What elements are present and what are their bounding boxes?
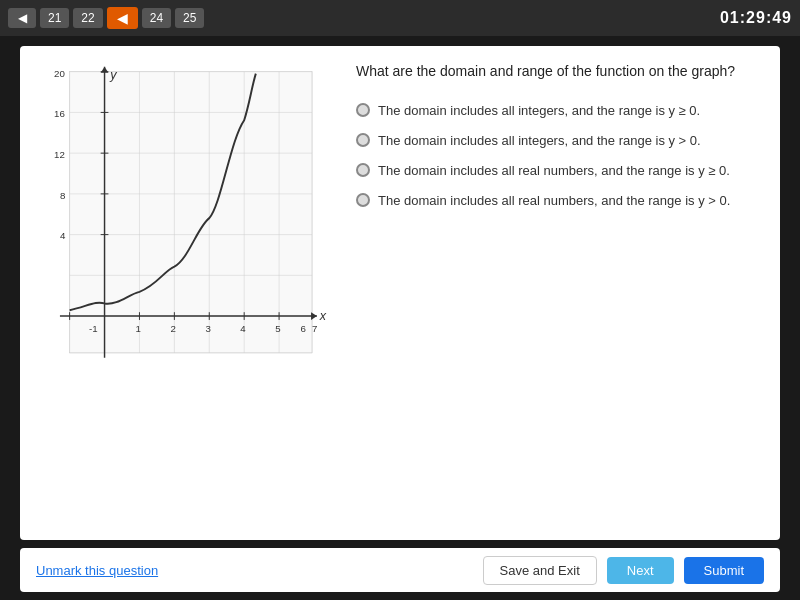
question-text: What are the domain and range of the fun…	[356, 62, 764, 82]
next-button[interactable]: Next	[607, 557, 674, 584]
bottom-bar: Unmark this question Save and Exit Next …	[20, 548, 780, 592]
nav-buttons: ◀ 21 22 ◀ 24 25	[8, 7, 204, 29]
graph-svg: y x 20 16 12 8 4 -1	[36, 62, 336, 382]
y-tick-16: 16	[54, 108, 65, 119]
answer-text-d: The domain includes all real numbers, an…	[378, 192, 730, 210]
y-tick-20: 20	[54, 68, 65, 79]
nav-left-arrow[interactable]: ◀	[8, 8, 36, 28]
answer-text-c: The domain includes all real numbers, an…	[378, 162, 730, 180]
x-tick-3: 3	[205, 323, 210, 334]
nav-back-arrow[interactable]: ◀	[107, 7, 138, 29]
answer-text-b: The domain includes all integers, and th…	[378, 132, 701, 150]
save-exit-button[interactable]: Save and Exit	[483, 556, 597, 585]
x-tick-2: 2	[170, 323, 175, 334]
x-tick-4: 4	[240, 323, 246, 334]
content-area: y x 20 16 12 8 4 -1	[36, 62, 764, 524]
action-buttons: Save and Exit Next Submit	[483, 556, 764, 585]
radio-b[interactable]	[356, 133, 370, 147]
timer-display: 01:29:49	[720, 9, 792, 27]
radio-a[interactable]	[356, 103, 370, 117]
svg-marker-18	[311, 312, 317, 320]
radio-d[interactable]	[356, 193, 370, 207]
svg-rect-0	[70, 72, 312, 353]
submit-button[interactable]: Submit	[684, 557, 764, 584]
x-tick-6: 6	[300, 323, 305, 334]
main-card: y x 20 16 12 8 4 -1	[20, 46, 780, 540]
radio-c[interactable]	[356, 163, 370, 177]
x-tick-5: 5	[275, 323, 280, 334]
x-tick-7: 7	[312, 323, 317, 334]
x-tick-neg1: -1	[89, 323, 98, 334]
nav-btn-22[interactable]: 22	[73, 8, 102, 28]
question-area: What are the domain and range of the fun…	[356, 62, 764, 524]
unmark-question-link[interactable]: Unmark this question	[36, 563, 158, 578]
answer-option-a[interactable]: The domain includes all integers, and th…	[356, 102, 764, 120]
x-tick-1: 1	[136, 323, 141, 334]
y-tick-8: 8	[60, 190, 65, 201]
graph-container: y x 20 16 12 8 4 -1	[36, 62, 336, 524]
answer-text-a: The domain includes all integers, and th…	[378, 102, 700, 120]
top-bar: ◀ 21 22 ◀ 24 25 01:29:49	[0, 0, 800, 36]
nav-btn-25[interactable]: 25	[175, 8, 204, 28]
x-axis-label: x	[319, 309, 327, 323]
y-axis-label: y	[109, 68, 117, 82]
nav-btn-24[interactable]: 24	[142, 8, 171, 28]
y-tick-4: 4	[60, 230, 66, 241]
answer-option-d[interactable]: The domain includes all real numbers, an…	[356, 192, 764, 210]
nav-btn-21[interactable]: 21	[40, 8, 69, 28]
answer-option-c[interactable]: The domain includes all real numbers, an…	[356, 162, 764, 180]
y-tick-12: 12	[54, 149, 65, 160]
answer-option-b[interactable]: The domain includes all integers, and th…	[356, 132, 764, 150]
